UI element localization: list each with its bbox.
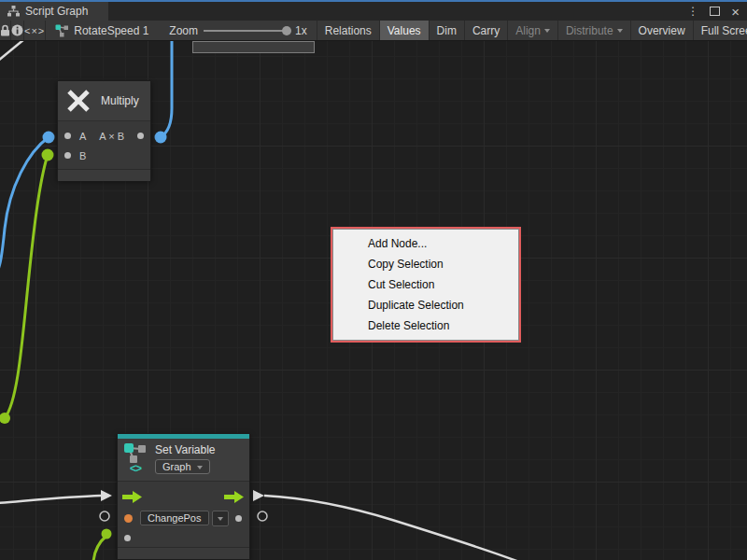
- tab-script-graph[interactable]: Script Graph: [0, 2, 108, 21]
- zoom-slider[interactable]: [204, 25, 289, 36]
- align-label: Align: [515, 24, 541, 37]
- multiply-output-port[interactable]: [137, 133, 144, 139]
- multiply-input-a-label: A: [79, 131, 86, 142]
- set-variable-flow-row: [118, 485, 249, 508]
- code-brackets-icon: <>: [130, 464, 141, 473]
- multiply-input-a-port[interactable]: [64, 133, 71, 139]
- chevron-down-icon: [617, 29, 623, 33]
- set-variable-fallback-row: [118, 528, 249, 547]
- graph-reference-label: RotateSpeed 1: [74, 24, 148, 37]
- menu-item-delete-selection[interactable]: Delete Selection: [333, 315, 518, 336]
- variable-name-dropdown-button[interactable]: [212, 511, 229, 526]
- set-variable-footer: [118, 547, 249, 559]
- multiply-row-b: B: [58, 146, 150, 165]
- toolbar-button-carry[interactable]: Carry: [465, 21, 508, 40]
- fallback-input-port[interactable]: [124, 535, 131, 541]
- zoom-slider-handle[interactable]: [282, 26, 291, 35]
- multiply-node[interactable]: Multiply A A × B B: [57, 80, 151, 180]
- toolbar-button-full-screen[interactable]: Full Screen: [694, 21, 747, 40]
- toolbar-button-distribute[interactable]: Distribute: [558, 21, 631, 40]
- edit-graph-button[interactable]: <×>: [24, 21, 46, 40]
- window-menu-icon[interactable]: ⋮: [687, 6, 698, 17]
- zoom-value: 1x: [295, 24, 307, 37]
- multiply-node-header[interactable]: Multiply: [58, 81, 150, 121]
- set-variable-body: ChangePos: [118, 482, 249, 547]
- graph-hierarchy-icon: [7, 6, 20, 17]
- chevron-down-icon: [197, 466, 203, 469]
- multiply-output-label: A × B: [94, 131, 129, 142]
- variable-kind-label: Graph: [162, 461, 191, 472]
- distribute-label: Distribute: [566, 24, 613, 37]
- tab-label: Script Graph: [25, 5, 88, 18]
- lock-button[interactable]: [0, 21, 11, 40]
- script-graph-node-icon: [123, 443, 148, 464]
- toolbar-button-overview[interactable]: Overview: [631, 21, 694, 40]
- multiply-icon: [65, 88, 92, 114]
- set-variable-node[interactable]: <> Set Variable Graph Chan: [117, 433, 250, 560]
- toolbar-button-align[interactable]: Align: [508, 21, 558, 40]
- menu-item-duplicate-selection[interactable]: Duplicate Selection: [333, 295, 518, 315]
- toolbar-button-values[interactable]: Values: [380, 21, 430, 40]
- multiply-node-footer: [58, 169, 150, 181]
- canvas-overlay-box: [192, 41, 315, 53]
- zoom-slider-track: [204, 30, 289, 32]
- multiply-input-b-port[interactable]: [64, 152, 71, 159]
- menu-item-copy-selection[interactable]: Copy Selection: [333, 254, 518, 274]
- menu-item-add-node[interactable]: Add Node...: [333, 233, 518, 254]
- flow-in-port-arrow[interactable]: [122, 491, 143, 503]
- graph-reference[interactable]: RotateSpeed 1: [46, 24, 154, 37]
- flow-out-port-arrow[interactable]: [224, 491, 245, 503]
- graph-toolbar: <×> RotateSpeed 1 Zoom 1x Relations Valu…: [0, 21, 747, 41]
- variable-kind-dropdown[interactable]: Graph: [155, 459, 210, 474]
- info-button[interactable]: [11, 21, 24, 40]
- zoom-control: Zoom 1x: [154, 24, 316, 37]
- context-menu: Add Node... Copy Selection Cut Selection…: [331, 227, 521, 343]
- set-variable-title: Set Variable: [155, 443, 215, 456]
- variable-output-port[interactable]: [235, 515, 242, 522]
- info-icon: [11, 24, 23, 36]
- zoom-label: Zoom: [169, 24, 198, 37]
- toolbar-button-dim[interactable]: Dim: [430, 21, 465, 40]
- set-variable-header[interactable]: <> Set Variable Graph: [118, 439, 249, 482]
- code-icon: <×>: [24, 25, 45, 36]
- multiply-row-a: A A × B: [58, 126, 150, 146]
- multiply-input-b-label: B: [79, 150, 86, 161]
- lock-icon: [0, 24, 10, 36]
- variable-input-port[interactable]: [124, 514, 133, 523]
- toolbar-button-relations[interactable]: Relations: [317, 21, 380, 40]
- variable-name-dropdown[interactable]: ChangePos: [140, 511, 209, 525]
- multiply-node-title: Multiply: [101, 94, 139, 107]
- script-graph-asset-icon: [55, 24, 69, 37]
- menu-item-cut-selection[interactable]: Cut Selection: [333, 274, 518, 295]
- window-controls: ⋮ ×: [687, 2, 747, 21]
- set-variable-value-row: ChangePos: [118, 508, 249, 528]
- chevron-down-icon: [218, 517, 223, 521]
- multiply-node-body: A A × B B: [58, 121, 150, 169]
- close-icon[interactable]: ×: [731, 5, 740, 19]
- chevron-down-icon: [544, 29, 550, 33]
- script-graph-window: Multiply A A × B B: [0, 0, 747, 560]
- tab-bar: Script Graph ⋮ ×: [0, 0, 747, 21]
- maximize-icon[interactable]: [710, 7, 720, 16]
